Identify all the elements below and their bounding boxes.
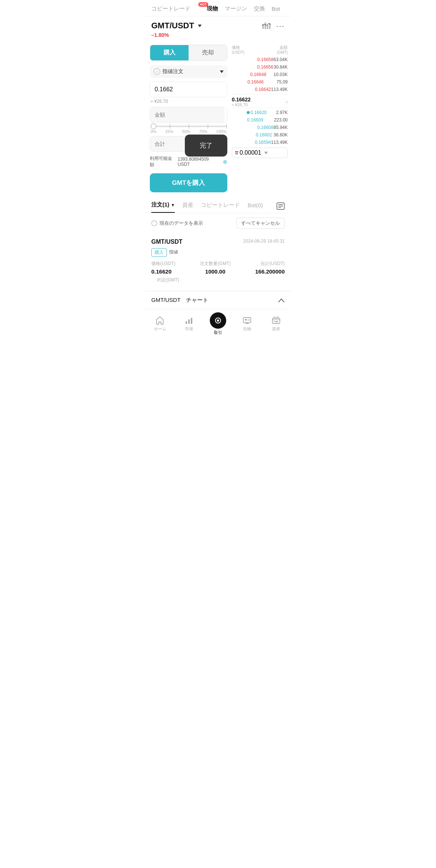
depth-value: 0.00001 [240, 149, 261, 156]
order-card: GMT/USDT 2024-06-29 18:45:31 購入 指値 価格(US… [145, 233, 291, 291]
done-popup[interactable]: 完了 [185, 135, 227, 157]
ob-buy-row[interactable]: 0.16620 2.97K [232, 109, 288, 116]
nav-market[interactable]: 市場 [178, 316, 200, 332]
amount-input[interactable] [150, 107, 224, 122]
nav-trade[interactable]: 取引 [207, 312, 229, 335]
price-value: 0.16620 [151, 268, 176, 275]
order-type-dropdown-icon[interactable] [220, 70, 224, 73]
price-input-row: BBO [150, 82, 227, 97]
tab-copy-trade[interactable]: コピートレード [201, 202, 240, 212]
svg-point-24 [274, 321, 275, 322]
bottom-navigation: ホーム 市場 取引 [145, 309, 291, 339]
ob-amount-header: 金額 [277, 45, 288, 50]
ob-price-unit: (USDT) [232, 50, 244, 54]
trade-form: 購入 売却 i 指値注文 BBO ≈ ¥26.70 GMT [145, 41, 232, 197]
order-type-text: 指値注文 [162, 68, 216, 75]
nav-trade-label: 取引 [214, 330, 222, 335]
price-input[interactable] [150, 82, 227, 97]
slider-label-0: 0% [151, 129, 157, 134]
svg-point-16 [217, 319, 219, 322]
total-value: 166.200000 [255, 268, 285, 275]
ob-buy-row[interactable]: 0.16602 36.60K [232, 131, 288, 139]
depth-dropdown-icon[interactable] [264, 152, 268, 154]
tab-orders[interactable]: 注文(1) ▼ [151, 201, 175, 213]
qty-value: 1000.00 [205, 268, 225, 275]
percentage-slider[interactable]: 0% 25% 50% 75% 100% [150, 126, 227, 134]
add-funds-icon[interactable]: ⊕ [223, 159, 227, 165]
ob-sell-row[interactable]: 0.16646 75.09 [232, 78, 288, 86]
ob-sell-row[interactable]: 0.16656 30.84K [232, 63, 288, 71]
nav-exchange[interactable]: 交換 [254, 5, 265, 12]
home-icon [155, 316, 164, 325]
chart-label: GMT/USDT チャート [151, 297, 208, 304]
amount-suffix: GMT [224, 107, 227, 122]
trade-circle [210, 312, 226, 329]
pair-header: GMT/USDT ··· [145, 16, 291, 32]
cancel-all-button[interactable]: すべてキャンセル [236, 218, 285, 229]
chart-section[interactable]: GMT/USDT チャート [145, 291, 291, 309]
ob-header: 価格 (USDT) 金額 (GMT) [232, 41, 288, 56]
tab-assets[interactable]: 資産 [182, 202, 193, 212]
tab-orders-arrow: ▼ [171, 203, 175, 207]
cutoff-notice: 約定(GMT) [151, 275, 285, 285]
slider-label-100: 100% [216, 129, 227, 134]
depth-selector[interactable]: 0.00001 [232, 148, 288, 158]
futures-icon [243, 316, 252, 325]
market-icon [184, 316, 193, 325]
ob-mid-chevron: › [286, 99, 288, 105]
total-label: 合計(USDT) [260, 261, 285, 267]
chart-icon[interactable] [262, 22, 271, 29]
ob-mid-price[interactable]: 0.16622 ≈ ¥26.70 › [232, 94, 288, 108]
nav-futures-label: 先物 [243, 326, 251, 332]
nav-home[interactable]: ホーム [149, 316, 171, 332]
order-date: 2024-06-29 18:45:31 [243, 239, 285, 244]
ob-sell-row[interactable]: 0.16658 63.04K [232, 56, 288, 63]
tab-sell[interactable]: 売却 [189, 45, 227, 60]
tab-buy[interactable]: 購入 [150, 45, 189, 60]
order-pair: GMT/USDT [151, 239, 183, 245]
nav-assets-label: 資産 [272, 326, 280, 332]
ob-buy-row[interactable]: 0.16594 113.49K [232, 139, 288, 146]
top-navigation: コピートレード HOT 現物 マージン 交換 Bot [145, 0, 291, 16]
svg-rect-25 [275, 321, 278, 322]
nav-spot[interactable]: 現物 [207, 5, 218, 12]
tab-bot[interactable]: Bot(0) [247, 202, 263, 212]
order-tags: 購入 指値 [151, 248, 285, 257]
nav-market-label: 市場 [185, 326, 193, 332]
order-book: 価格 (USDT) 金額 (GMT) 0.16658 63.04K 0.1665… [232, 41, 291, 197]
svg-rect-13 [188, 319, 190, 324]
pair-name[interactable]: GMT/USDT [151, 21, 202, 31]
pair-action-icons: ··· [262, 22, 285, 30]
chevron-up-icon [278, 298, 285, 303]
available-row: 利用可能金額 1393.80884509 USDT ⊕ [150, 155, 227, 168]
ob-sell-row[interactable]: 0.16642 113.49K [232, 86, 288, 93]
ob-sell-row[interactable]: 0.16648 10.03K [232, 71, 288, 78]
ob-buy-row[interactable]: 0.16608 85.94K [232, 124, 288, 131]
buy-button[interactable]: GMTを購入 [150, 173, 227, 192]
ob-dot [247, 111, 250, 114]
pair-change: –1.80% [145, 32, 291, 41]
nav-futures[interactable]: 先物 [236, 316, 258, 332]
nav-assets[interactable]: 資産 [265, 316, 287, 332]
ob-buy-row[interactable]: 0.16609 223.00 [232, 116, 288, 124]
buy-orders: 0.16620 2.97K 0.16609 223.00 0.16608 85.… [232, 109, 288, 146]
order-history-icon[interactable] [277, 202, 285, 212]
ob-price-header: 価格 [232, 45, 244, 50]
nav-margin[interactable]: マージン [225, 5, 247, 12]
filter-row: 現在のデータを表示 すべてキャンセル [145, 213, 291, 233]
nav-home-label: ホーム [154, 326, 166, 332]
pair-dropdown-icon[interactable] [198, 25, 202, 27]
info-icon[interactable]: i [154, 68, 160, 75]
assets-icon [272, 316, 281, 325]
current-data-radio[interactable] [151, 220, 157, 226]
svg-rect-12 [186, 321, 187, 324]
nav-copy-trade[interactable]: コピートレード HOT [151, 5, 200, 12]
nav-bot[interactable]: Bot [272, 6, 280, 12]
svg-rect-14 [191, 318, 192, 324]
order-details: 価格(USDT) 0.16620 注文数量(GMT) 1000.00 合計(US… [151, 261, 285, 275]
slider-label-50: 50% [182, 129, 190, 134]
more-icon[interactable]: ··· [276, 22, 285, 30]
svg-rect-18 [245, 319, 247, 321]
slider-label-75: 75% [199, 129, 207, 134]
order-type-row[interactable]: i 指値注文 [150, 65, 227, 78]
